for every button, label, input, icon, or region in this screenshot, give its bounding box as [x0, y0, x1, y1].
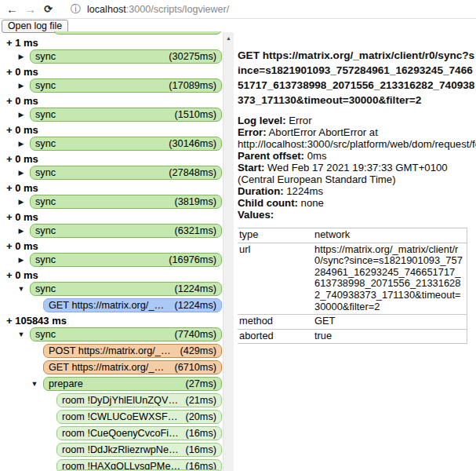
detail-field: Start: Wed Feb 17 2021 19:37:33 GMT+0100… — [238, 162, 476, 185]
detail-field: Child count: none — [238, 197, 476, 209]
log-tree[interactable]: + 1 ms▶sync(30275ms)+ 0 ms▶sync(17089ms)… — [0, 31, 223, 471]
field-value: 1224ms — [284, 185, 324, 197]
value-key: method — [238, 315, 311, 330]
value-key: aborted — [238, 329, 311, 344]
expand-arrow-icon[interactable]: ▶ — [16, 197, 27, 206]
value-content: https://matrix.org/_matrix/client/r0/syn… — [311, 243, 467, 315]
log-item-label: GET https://matrix.org/_matri… — [49, 300, 171, 311]
log-item[interactable]: sync(1224ms) — [30, 282, 222, 296]
log-item[interactable]: GET https://matrix.org/_matri…(6710ms) — [43, 360, 222, 374]
log-item-label: room !CWLUCoEWXSFyTC… — [62, 411, 183, 422]
value-key: type — [238, 228, 311, 243]
log-item-label: room !CueQoenyCvcoFimnsf… — [62, 428, 183, 439]
url-host: localhost — [87, 4, 126, 15]
field-value: none — [298, 197, 324, 209]
log-item[interactable]: sync(3819ms) — [30, 195, 222, 209]
log-item-duration: (1510ms) — [171, 109, 216, 120]
log-item[interactable]: sync(30146ms) — [30, 137, 222, 151]
gap-label: + 1 ms — [0, 37, 223, 49]
log-item-label: sync — [35, 138, 165, 149]
expand-arrow-icon[interactable]: ▶ — [16, 255, 27, 265]
details-panel: GET https://matrix.org/_matrix/client/r0… — [238, 31, 476, 471]
log-item[interactable]: sync(6321ms) — [30, 224, 222, 238]
scroll-up-icon[interactable]: ▲ — [223, 32, 234, 43]
values-table-row: typenetwork — [238, 228, 467, 243]
expand-arrow-icon[interactable]: ▶ — [16, 226, 27, 236]
field-value: Error — [286, 115, 312, 126]
expand-arrow-icon[interactable]: ▶ — [16, 110, 27, 119]
values-table-row: urlhttps://matrix.org/_matrix/client/r0/… — [238, 243, 467, 315]
detail-field: Parent offset: 0ms — [238, 150, 476, 162]
log-item-label: sync — [35, 167, 165, 178]
browser-chrome: ← → ⟳ ⓘ localhost:3000/scripts/logviewer… — [0, 0, 476, 19]
log-item[interactable]: sync(17089ms) — [30, 78, 222, 93]
log-item[interactable]: sync(1510ms) — [30, 108, 222, 122]
log-item[interactable]: room !CWLUCoEWXSFyTC…(20ms) — [56, 410, 222, 424]
log-item-duration: (30146ms) — [165, 138, 216, 149]
log-item-duration: (27ms) — [183, 378, 216, 389]
log-item-duration: (6321ms) — [171, 225, 216, 236]
field-value: 0ms — [304, 150, 327, 162]
value-content: GET — [311, 315, 467, 330]
log-item[interactable]: sync(16976ms) — [30, 253, 222, 267]
log-item-duration: (16976ms) — [165, 254, 216, 265]
log-item[interactable]: room !DyDjYhlElUnZQVzhD…(21ms) — [56, 393, 222, 407]
values-table-row: abortedtrue — [238, 329, 467, 344]
field-label: Start: — [238, 162, 264, 173]
log-item-duration: (27848ms) — [165, 167, 216, 178]
log-item-label: prepare — [49, 378, 183, 389]
collapse-arrow-icon[interactable]: ▼ — [29, 379, 40, 389]
field-label: Values: — [238, 209, 274, 221]
log-item[interactable]: POST https://matrix.org/_matri…(429ms) — [43, 344, 222, 358]
log-item-label: sync — [35, 51, 165, 62]
reload-icon[interactable]: ⟳ — [42, 3, 54, 15]
log-item-label: GET https://matrix.org/_matri… — [49, 362, 171, 373]
expand-arrow-icon[interactable]: ▶ — [16, 81, 27, 90]
log-item[interactable]: room !DdJkzRliezrwpNebLk:…(16ms) — [56, 443, 222, 457]
log-item[interactable]: sync(27848ms) — [30, 166, 222, 180]
gap-label: + 0 ms — [0, 211, 223, 224]
log-item-duration: (21ms) — [183, 395, 216, 406]
forward-icon[interactable]: → — [24, 3, 36, 15]
value-key: url — [238, 243, 311, 315]
log-item[interactable]: sync(7740ms) — [30, 327, 222, 341]
values-table: typenetworkurlhttps://matrix.org/_matrix… — [238, 228, 467, 344]
log-item-duration: (429ms) — [176, 345, 216, 356]
gap-label: + 105843 ms — [0, 315, 223, 327]
log-item-duration: (6710ms) — [171, 362, 216, 373]
log-item-duration: (7740ms) — [171, 329, 216, 340]
gap-label: + 0 ms — [0, 269, 223, 282]
detail-field: Error: AbortError AbortError at http://l… — [238, 126, 476, 150]
log-item-label: sync — [35, 196, 171, 207]
log-item-duration: (16ms) — [183, 428, 216, 439]
vertical-scrollbar[interactable]: ▲ — [223, 32, 234, 471]
log-item-selected[interactable]: GET https://matrix.org/_matri…(1224ms) — [43, 298, 222, 312]
gap-label: + 0 ms — [0, 240, 223, 253]
log-item-duration: (1224ms) — [171, 283, 216, 294]
request-title: GET https://matrix.org/_matrix/client/r0… — [238, 48, 476, 108]
detail-field: Log level: Error — [238, 115, 476, 126]
collapse-arrow-icon[interactable]: ▼ — [16, 330, 27, 339]
address-bar[interactable]: localhost:3000/scripts/logviewer/ — [87, 4, 229, 15]
log-item-label: room !DdJkzRliezrwpNebLk:… — [62, 444, 183, 455]
log-item-label: sync — [35, 109, 171, 120]
log-item[interactable]: sync(30275ms) — [30, 49, 222, 64]
gap-label: + 0 ms — [0, 124, 223, 137]
log-item-duration: (3819ms) — [171, 196, 216, 207]
info-icon: ⓘ — [70, 3, 82, 15]
expand-arrow-icon[interactable]: ▶ — [16, 52, 27, 61]
value-content: network — [311, 228, 467, 243]
expand-arrow-icon[interactable]: ▶ — [16, 168, 27, 177]
expand-arrow-icon[interactable]: ▶ — [16, 139, 27, 148]
log-item[interactable]: room !CueQoenyCvcoFimnsf…(16ms) — [56, 426, 222, 440]
collapse-arrow-icon[interactable]: ▼ — [16, 284, 27, 294]
log-item[interactable]: prepare(27ms) — [43, 377, 222, 391]
gap-label: + 0 ms — [0, 182, 223, 195]
log-item-label: sync — [35, 329, 171, 340]
value-content: true — [311, 329, 467, 344]
log-item-duration: (20ms) — [183, 411, 216, 422]
log-item-clipped[interactable] — [53, 31, 222, 35]
back-icon[interactable]: ← — [6, 3, 18, 15]
detail-field: Values: — [238, 209, 476, 221]
log-item-duration: (30275ms) — [165, 51, 216, 62]
